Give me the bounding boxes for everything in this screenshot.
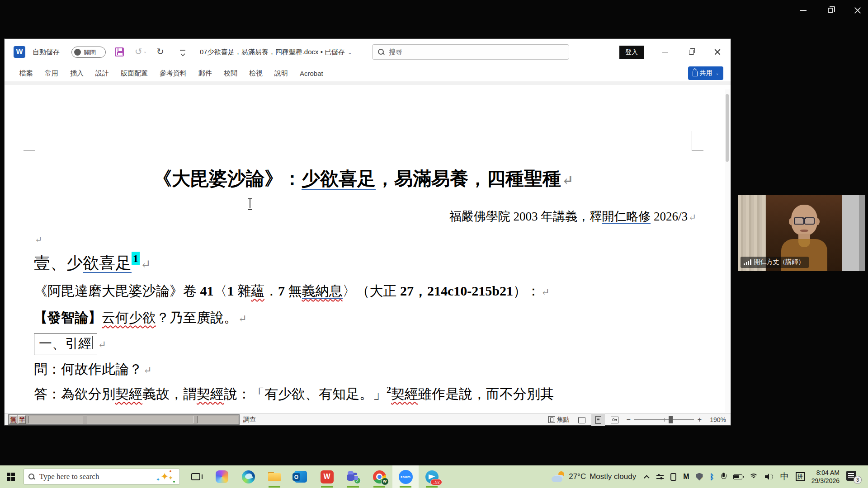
security-shield-warning-icon[interactable] xyxy=(696,473,703,481)
notification-center-button[interactable]: 3 xyxy=(846,471,862,483)
word-close-button[interactable] xyxy=(704,39,731,65)
weather-icon xyxy=(552,471,565,482)
clock-widget[interactable]: 8:04 AM 29/3/2026 xyxy=(811,469,840,485)
windows-logo-icon xyxy=(7,473,15,481)
tab-file[interactable]: 檔案 xyxy=(14,66,38,80)
chrome-icon: W xyxy=(373,470,386,483)
taskbar-teams-button[interactable]: ✓ xyxy=(340,465,366,488)
answer-text: 雖作是說，而不分別其 xyxy=(418,386,554,401)
ime-segment xyxy=(197,416,238,423)
zoom-in-button[interactable]: + xyxy=(698,416,702,424)
tab-home[interactable]: 常用 xyxy=(40,66,63,80)
quick-access-toolbar-menu-button[interactable] xyxy=(180,50,185,54)
print-layout-button[interactable] xyxy=(594,416,602,423)
tab-review[interactable]: 校閱 xyxy=(219,66,242,80)
zoom-out-button[interactable]: − xyxy=(627,416,631,424)
zoom-control: − + xyxy=(627,416,702,424)
redo-button[interactable]: ↻ xyxy=(156,46,164,57)
glasses-bridge xyxy=(802,218,806,219)
document-canvas[interactable]: 《大毘婆沙論》：少欲喜足，易滿易養，四種聖種↵ 福嚴佛學院 2003 年講義，釋… xyxy=(5,89,731,413)
question-text: 問：何故作此論？ xyxy=(34,361,142,376)
citation-text: 《阿毘達磨大毘婆沙論》卷 xyxy=(34,283,200,298)
tab-acrobat[interactable]: Acrobat xyxy=(295,67,328,80)
scrollbar-thumb[interactable] xyxy=(726,94,729,162)
share-button[interactable]: 共用 ⌄ xyxy=(688,66,723,80)
search-highlights-sparkle-icon[interactable]: ✦✦✦ xyxy=(155,470,175,483)
bluetooth-icon[interactable]: ᛒ xyxy=(710,472,714,481)
taskbar-edge-button[interactable] xyxy=(235,465,261,488)
boxed-heading: 一、引經 xyxy=(34,333,97,355)
zoom-slider[interactable] xyxy=(634,419,694,420)
taskbar-file-explorer-button[interactable] xyxy=(261,465,288,488)
autosave-label: 自動儲存 xyxy=(33,48,60,56)
taskbar-copilot-button[interactable] xyxy=(209,465,235,488)
taskbar-zoom-button[interactable]: zoom xyxy=(392,465,419,488)
phone-link-icon[interactable] xyxy=(670,473,676,481)
webcam-video-tile[interactable]: 開仁方丈（講師） xyxy=(738,195,865,271)
paragraph-mark: ↵ xyxy=(689,212,696,222)
outlook-icon: O xyxy=(294,471,307,483)
paragraph-mark: ↵ xyxy=(562,173,574,188)
vertical-scrollbar[interactable] xyxy=(725,89,730,413)
document-title[interactable]: 07少欲喜足，易滿易養，四種聖種.docx • 已儲存⌄ xyxy=(200,48,352,56)
citation-spellcheck-text: 義納息 xyxy=(302,283,343,299)
tab-references[interactable]: 參考資料 xyxy=(155,66,192,80)
zoom-slider-thumb[interactable] xyxy=(669,416,673,423)
tab-design[interactable]: 設計 xyxy=(90,66,114,80)
focus-mode-button[interactable]: 焦點 xyxy=(548,416,570,424)
save-button[interactable] xyxy=(115,47,124,56)
clock-time: 8:04 AM xyxy=(811,469,840,477)
ime-none-button[interactable]: 無 xyxy=(9,415,17,424)
zoom-level-label[interactable]: 190% xyxy=(710,416,726,423)
windows-taskbar: Type here to search ✦✦✦ O W ✓ W zoom ..5… xyxy=(0,465,868,488)
autosave-toggle[interactable]: 關閉 xyxy=(71,47,106,58)
read-mode-button[interactable] xyxy=(578,416,586,423)
web-layout-button[interactable] xyxy=(610,416,618,423)
word-minimize-button[interactable] xyxy=(652,39,678,65)
outer-close-button[interactable] xyxy=(850,4,865,17)
task-view-button[interactable] xyxy=(183,465,209,488)
tray-m-app-icon[interactable]: M xyxy=(683,473,689,481)
notification-count-badge: 3 xyxy=(854,476,862,484)
taskbar-search-box[interactable]: Type here to search ✦✦✦ xyxy=(24,469,180,485)
wifi-icon[interactable] xyxy=(749,474,758,480)
audio-settings-icon[interactable] xyxy=(656,474,664,480)
footnote-reference-highlighted: 1 xyxy=(132,252,140,265)
subtitle-text: 2026/3 xyxy=(651,210,688,223)
question-line: 問：何故作此論？↵ xyxy=(34,360,152,379)
taskbar-outlook-button[interactable]: O xyxy=(288,465,314,488)
taskbar-wps-button[interactable]: W xyxy=(314,465,340,488)
taskbar-telegram-button[interactable]: ..52 xyxy=(419,465,445,488)
paragraph-mark: ↵ xyxy=(238,313,247,324)
outer-window-controls xyxy=(796,4,865,17)
clock-date: 29/3/2026 xyxy=(811,477,840,485)
speaker-icon[interactable] xyxy=(765,473,774,480)
paragraph-mark: ↵ xyxy=(541,286,550,298)
ime-language-indicator[interactable]: 中 xyxy=(780,471,789,483)
tab-help[interactable]: 說明 xyxy=(269,66,293,80)
word-restore-button[interactable] xyxy=(678,39,704,65)
close-icon xyxy=(714,49,721,55)
microphone-icon[interactable] xyxy=(721,473,726,481)
taskbar-chrome-button[interactable]: W xyxy=(366,465,392,488)
answer-text: 答：為欲分別 xyxy=(34,386,115,401)
ime-pinyin-indicator[interactable]: 拼 xyxy=(796,472,805,481)
tab-insert[interactable]: 插入 xyxy=(65,66,89,80)
tab-view[interactable]: 檢視 xyxy=(244,66,268,80)
word-search-box[interactable]: 搜尋 xyxy=(372,44,569,60)
battery-icon[interactable] xyxy=(733,474,742,479)
chrome-word-badge: W xyxy=(381,478,389,485)
undo-button[interactable]: ↺ xyxy=(135,46,147,57)
document-title-text: 07少欲喜足，易滿易養，四種聖種.docx • 已儲存 xyxy=(200,48,345,56)
outer-maximize-button[interactable] xyxy=(823,4,838,17)
quote-text: ？乃至廣說。 xyxy=(156,310,237,325)
tab-mailings[interactable]: 郵件 xyxy=(193,66,217,80)
tab-layout[interactable]: 版面配置 xyxy=(116,66,153,80)
weather-widget[interactable]: 27°C Mostly cloudy xyxy=(552,471,636,482)
tray-overflow-chevron-icon[interactable] xyxy=(644,475,650,481)
signin-button[interactable]: 登入 xyxy=(619,46,644,59)
text-insertion-caret xyxy=(92,336,93,349)
start-button[interactable] xyxy=(0,465,22,488)
ime-halfwidth-button[interactable]: 半 xyxy=(18,415,26,424)
outer-minimize-button[interactable] xyxy=(796,4,811,17)
